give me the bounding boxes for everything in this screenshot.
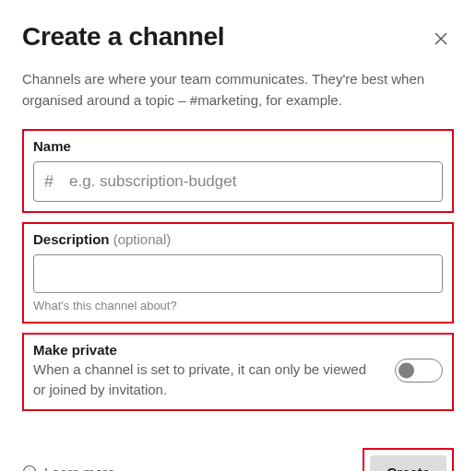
dialog-title: Create a channel <box>22 22 224 52</box>
close-icon <box>434 31 448 46</box>
svg-point-2 <box>24 466 36 472</box>
create-button[interactable]: Create <box>370 455 446 472</box>
learn-more-label: Learn more <box>44 465 115 472</box>
private-toggle[interactable] <box>395 359 443 383</box>
info-icon <box>22 465 37 471</box>
learn-more-link[interactable]: Learn more <box>22 465 115 472</box>
intro-text: Channels are where your team communicate… <box>22 69 454 111</box>
channel-description-input[interactable] <box>33 254 443 293</box>
name-section: Name # <box>22 129 454 213</box>
private-heading: Make private <box>33 342 380 358</box>
description-section: Description (optional) What's this chann… <box>22 222 454 324</box>
create-highlight: Create <box>363 448 454 472</box>
description-label-text: Description <box>33 231 110 247</box>
description-label: Description (optional) <box>33 231 443 247</box>
description-hint: What's this channel about? <box>33 299 443 312</box>
private-section: Make private When a channel is set to pr… <box>22 333 454 411</box>
svg-point-4 <box>29 468 30 469</box>
name-label: Name <box>33 138 443 154</box>
channel-name-input[interactable] <box>33 161 443 202</box>
close-button[interactable] <box>428 26 454 54</box>
private-description: When a channel is set to private, it can… <box>33 359 380 400</box>
toggle-knob <box>399 363 414 379</box>
description-optional: (optional) <box>113 231 172 247</box>
